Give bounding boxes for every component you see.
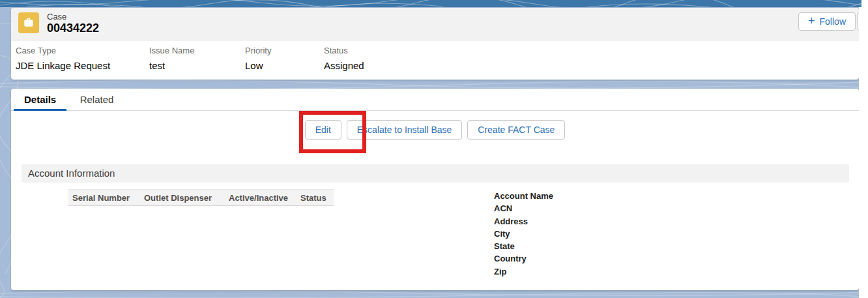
label-zip: Zip	[494, 265, 553, 278]
edit-button[interactable]: Edit	[305, 120, 341, 140]
field-priority: Priority Low	[245, 46, 271, 71]
label-address: Address	[494, 215, 553, 228]
tab-bar: Details Related	[11, 89, 859, 111]
record-number: 00434222	[47, 22, 99, 35]
label-account-name: Account Name	[494, 190, 553, 202]
account-field-label-list: Account Name ACN Address City State Coun…	[494, 190, 553, 278]
field-status: Status Assigned	[324, 46, 364, 71]
field-label: Issue Name	[149, 46, 194, 55]
column-header-serial-number: Serial Number	[68, 190, 140, 205]
plus-icon: +	[808, 15, 815, 27]
scrollbar-gutter[interactable]	[859, 7, 868, 298]
follow-button[interactable]: + Follow	[798, 12, 856, 31]
label-acn: ACN	[494, 202, 553, 215]
follow-button-label: Follow	[820, 16, 846, 27]
field-case-type: Case Type JDE Linkage Request	[16, 46, 110, 71]
column-header-active-inactive: Active/Inactive	[225, 190, 297, 205]
field-value: Assigned	[324, 60, 364, 71]
label-city: City	[494, 228, 553, 240]
field-value: Low	[245, 60, 271, 71]
highlights-panel: Case Type JDE Linkage Request Issue Name…	[11, 40, 859, 79]
escalate-to-install-base-button[interactable]: Escalate to Install Base	[347, 120, 463, 140]
tab-related[interactable]: Related	[70, 89, 124, 110]
account-information-section-header[interactable]: Account Information	[22, 164, 849, 183]
case-header-top: Case 00434222 + Follow	[11, 8, 859, 40]
field-label: Case Type	[16, 46, 110, 55]
label-country: Country	[494, 252, 553, 265]
top-decorative-bar	[0, 0, 861, 7]
column-header-status: Status	[297, 190, 334, 205]
record-detail-card: Details Related Edit Escalate to Install…	[11, 89, 859, 290]
field-label: Status	[324, 46, 364, 55]
field-value: test	[149, 60, 194, 71]
section-title: Account Information	[28, 168, 115, 179]
field-issue-name: Issue Name test	[149, 46, 194, 71]
case-icon	[18, 12, 39, 33]
create-fact-case-button[interactable]: Create FACT Case	[467, 120, 565, 140]
label-state: State	[494, 240, 553, 252]
entity-label: Case	[47, 12, 66, 22]
field-value: JDE Linkage Request	[16, 60, 110, 71]
action-button-group: Edit Escalate to Install Base Create FAC…	[11, 111, 859, 140]
column-header-outlet-dispenser: Outlet Dispenser	[140, 190, 225, 205]
install-base-table-header: Serial Number Outlet Dispenser Active/In…	[68, 189, 334, 206]
field-label: Priority	[245, 46, 271, 55]
tab-details[interactable]: Details	[14, 89, 66, 110]
case-header-card: Case 00434222 + Follow Case Type JDE Lin…	[11, 8, 859, 80]
